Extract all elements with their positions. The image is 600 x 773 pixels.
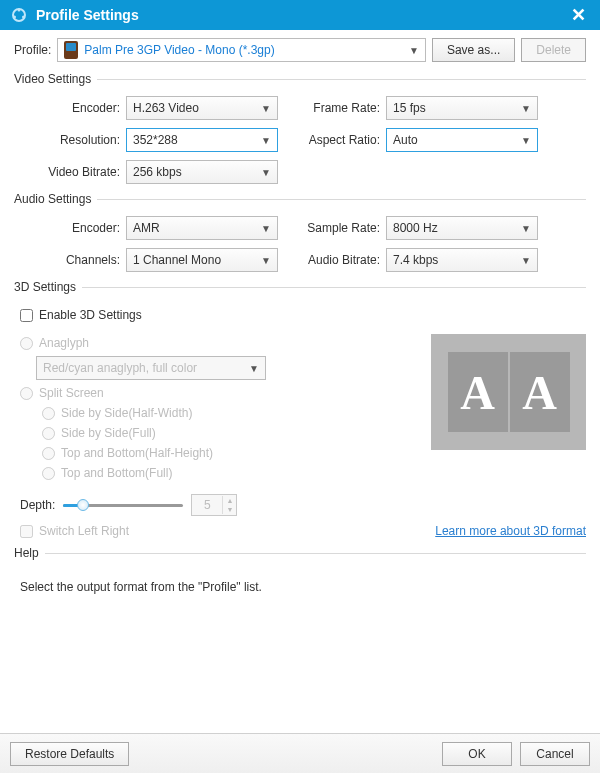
app-icon: [10, 6, 28, 24]
chevron-down-icon: ▼: [261, 167, 271, 178]
chevron-down-icon: ▼: [261, 135, 271, 146]
delete-button: Delete: [521, 38, 586, 62]
titlebar: Profile Settings ✕: [0, 0, 600, 30]
save-as-button[interactable]: Save as...: [432, 38, 515, 62]
ok-button[interactable]: OK: [442, 742, 512, 766]
tb-full-radio: [42, 467, 55, 480]
learn-more-link[interactable]: Learn more about 3D format: [435, 524, 586, 538]
frame-rate-label: Frame Rate:: [284, 101, 380, 115]
3d-legend: 3D Settings: [14, 280, 82, 294]
tb-half-radio: [42, 447, 55, 460]
video-encoder-select[interactable]: H.263 Video▼: [126, 96, 278, 120]
chevron-down-icon: ▼: [521, 135, 531, 146]
help-group: Help Select the output format from the "…: [14, 546, 586, 604]
preview-left-glyph: A: [448, 352, 508, 432]
resolution-label: Resolution:: [20, 133, 120, 147]
chevron-down-icon: ▼: [261, 223, 271, 234]
help-text: Select the output format from the "Profi…: [20, 580, 580, 594]
audio-bitrate-label: Audio Bitrate:: [284, 253, 380, 267]
chevron-down-icon: ▼: [409, 45, 419, 56]
profile-label: Profile:: [14, 43, 51, 57]
channels-select[interactable]: 1 Channel Mono▼: [126, 248, 278, 272]
audio-bitrate-select[interactable]: 7.4 kbps▼: [386, 248, 538, 272]
video-legend: Video Settings: [14, 72, 97, 86]
video-bitrate-select[interactable]: 256 kbps▼: [126, 160, 278, 184]
aspect-ratio-label: Aspect Ratio:: [284, 133, 380, 147]
sbs-half-radio: [42, 407, 55, 420]
help-legend: Help: [14, 546, 45, 560]
enable-3d-label: Enable 3D Settings: [39, 308, 142, 322]
resolution-select[interactable]: 352*288▼: [126, 128, 278, 152]
sbs-full-label: Side by Side(Full): [61, 426, 156, 440]
window-title: Profile Settings: [36, 7, 139, 23]
slider-thumb-icon: [77, 499, 89, 511]
tb-half-label: Top and Bottom(Half-Height): [61, 446, 213, 460]
frame-rate-select[interactable]: 15 fps▼: [386, 96, 538, 120]
svg-point-2: [13, 16, 16, 19]
chevron-up-icon: ▲: [223, 496, 236, 505]
switch-lr-label: Switch Left Right: [39, 524, 129, 538]
video-settings-group: Video Settings Encoder: H.263 Video▼ Fra…: [14, 72, 586, 184]
audio-encoder-label: Encoder:: [20, 221, 120, 235]
anaglyph-label: Anaglyph: [39, 336, 89, 350]
audio-settings-group: Audio Settings Encoder: AMR▼ Sample Rate…: [14, 192, 586, 272]
anaglyph-mode-select: Red/cyan anaglyph, full color▼: [36, 356, 266, 380]
3d-settings-group: 3D Settings Enable 3D Settings Anaglyph …: [14, 280, 586, 538]
audio-encoder-select[interactable]: AMR▼: [126, 216, 278, 240]
restore-defaults-button[interactable]: Restore Defaults: [10, 742, 129, 766]
chevron-down-icon: ▼: [223, 505, 236, 514]
chevron-down-icon: ▼: [521, 223, 531, 234]
sample-rate-select[interactable]: 8000 Hz▼: [386, 216, 538, 240]
chevron-down-icon: ▼: [521, 103, 531, 114]
audio-legend: Audio Settings: [14, 192, 97, 206]
video-bitrate-label: Video Bitrate:: [20, 165, 120, 179]
svg-point-1: [18, 9, 21, 12]
profile-select[interactable]: Palm Pre 3GP Video - Mono (*.3gp) ▼: [57, 38, 426, 62]
chevron-down-icon: ▼: [521, 255, 531, 266]
preview-right-glyph: A: [510, 352, 570, 432]
depth-slider[interactable]: [63, 497, 183, 513]
aspect-ratio-select[interactable]: Auto▼: [386, 128, 538, 152]
3d-preview: A A: [431, 334, 586, 450]
profile-name: Palm Pre 3GP Video - Mono (*.3gp): [84, 43, 403, 57]
chevron-down-icon: ▼: [249, 363, 259, 374]
chevron-down-icon: ▼: [261, 255, 271, 266]
sample-rate-label: Sample Rate:: [284, 221, 380, 235]
switch-lr-checkbox: [20, 525, 33, 538]
channels-label: Channels:: [20, 253, 120, 267]
depth-spinner: 5 ▲▼: [191, 494, 237, 516]
sbs-half-label: Side by Side(Half-Width): [61, 406, 192, 420]
enable-3d-checkbox[interactable]: [20, 309, 33, 322]
close-icon[interactable]: ✕: [567, 4, 590, 26]
device-icon: [64, 41, 78, 59]
cancel-button[interactable]: Cancel: [520, 742, 590, 766]
footer: Restore Defaults OK Cancel: [0, 733, 600, 773]
video-encoder-label: Encoder:: [20, 101, 120, 115]
depth-value: 5: [192, 498, 222, 512]
split-screen-label: Split Screen: [39, 386, 104, 400]
anaglyph-radio: [20, 337, 33, 350]
tb-full-label: Top and Bottom(Full): [61, 466, 172, 480]
depth-label: Depth:: [20, 498, 55, 512]
split-screen-radio: [20, 387, 33, 400]
chevron-down-icon: ▼: [261, 103, 271, 114]
sbs-full-radio: [42, 427, 55, 440]
svg-point-3: [22, 16, 25, 19]
